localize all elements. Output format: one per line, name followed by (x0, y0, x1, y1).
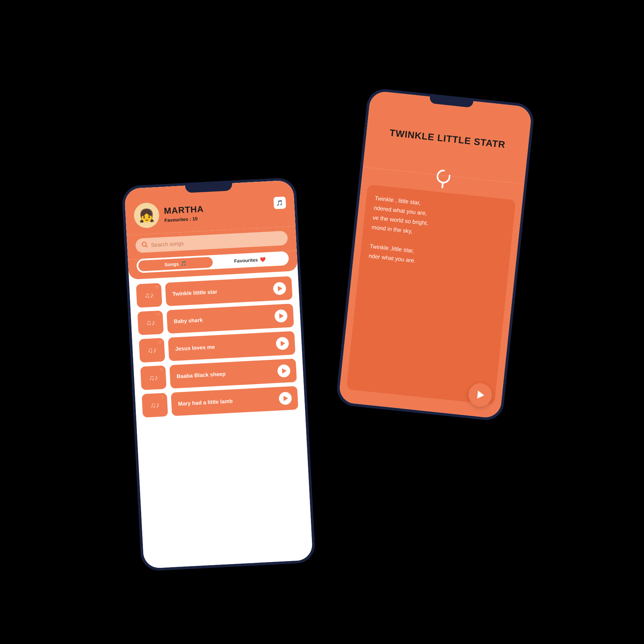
header-info: MARTHA Favourites : 10 (164, 200, 286, 223)
song-title-2: Baby shark (174, 313, 275, 325)
back-phone-screen: TWINKLE LITTLE STATR Twinkle , little st… (338, 90, 532, 419)
hook-decoration (434, 168, 452, 190)
music-note-icon: ♫♪ (144, 291, 154, 300)
avatar-emoji: 👧 (138, 208, 155, 223)
tab-songs[interactable]: Songs 🎵 (138, 257, 213, 271)
song-item-3[interactable]: Jesus loves me (168, 331, 296, 361)
song-item-2[interactable]: Baby shark (166, 304, 294, 334)
song-thumbnail: ♡ ♫♪ (140, 365, 167, 390)
tab-favourites-label: Favourites (234, 257, 258, 264)
search-bar[interactable]: Search songs (135, 231, 288, 253)
play-button-2[interactable] (274, 309, 288, 323)
music-icon-button[interactable]: 🎵 (273, 197, 286, 209)
search-icon (142, 241, 148, 250)
avatar: 👧 (133, 202, 160, 229)
song-row: ♡ ♫♪ Baby shark (138, 304, 294, 335)
song-row: ♡ ♫♪ Twinkle litttle star (136, 276, 292, 308)
music-note-icon: ♫♪ (149, 373, 158, 382)
play-icon-1 (278, 286, 282, 291)
play-button-4[interactable] (277, 364, 290, 378)
back-screen-inner: TWINKLE LITTLE STATR Twinkle , little st… (338, 90, 532, 419)
play-button-3[interactable] (276, 337, 289, 350)
song-thumbnail: ♡ ♫♪ (136, 283, 162, 308)
song-row: ♡ ♫♪ Jesus loves me (139, 331, 296, 363)
music-note-icon: ♫♪ (146, 318, 155, 327)
song-row: ♡ ♫♪ Baaba Black sheep (140, 359, 297, 390)
svg-line-1 (146, 246, 147, 247)
song-thumbnail: ♡ ♫♪ (139, 338, 165, 363)
play-icon-2 (279, 313, 284, 319)
play-button-5[interactable] (279, 392, 292, 405)
heart-icon: ♡ (158, 340, 162, 345)
song-title-1: Twinkle litttle star (172, 286, 273, 297)
song-item-5[interactable]: Mary had a little lamb (171, 386, 298, 416)
lyrics-box: Twinkle , little star, ndered what you a… (346, 184, 516, 405)
back-play-icon (477, 391, 484, 399)
heart-icon: ♡ (157, 313, 160, 317)
lyrics-text: Twinkle , little star, ndered what you a… (368, 194, 507, 275)
heart-icon: ♡ (161, 395, 165, 400)
heart-icon: ♡ (159, 368, 163, 372)
back-content-area: Twinkle , little star, ndered what you a… (338, 167, 524, 419)
play-icon-4 (282, 368, 287, 374)
song-item-4[interactable]: Baaba Black sheep (169, 359, 297, 389)
play-icon-3 (281, 341, 285, 346)
music-note-header-icon: 🎵 (276, 200, 283, 206)
front-phone: 👧 MARTHA Favourites : 10 🎵 (121, 177, 316, 572)
song-thumbnail: ♡ ♫♪ (138, 310, 164, 335)
front-screen-inner: 👧 MARTHA Favourites : 10 🎵 (124, 180, 313, 569)
tab-favourites[interactable]: Favourites ❤️ (212, 253, 287, 268)
song-title-5: Mary had a little lamb (178, 396, 279, 407)
song-item-1[interactable]: Twinkle litttle star (165, 276, 292, 306)
heart-icon: ♡ (155, 285, 159, 290)
song-row: ♡ ♫♪ Mary had a little lamb (142, 386, 298, 418)
tab-songs-icon: 🎵 (181, 261, 187, 267)
tab-songs-label: Songs (164, 261, 179, 267)
search-placeholder-text: Search songs (151, 240, 184, 248)
music-note-icon: ♫♪ (150, 400, 160, 410)
play-icon-5 (283, 395, 288, 401)
play-button-1[interactable] (273, 282, 286, 295)
music-note-icon: ♫♪ (147, 346, 157, 355)
songs-list: ♡ ♫♪ Twinkle litttle star (129, 271, 313, 569)
song-title-4: Baaba Black sheep (176, 368, 278, 380)
tab-favourites-icon: ❤️ (260, 257, 266, 262)
back-song-title: TWINKLE LITTLE STATR (389, 127, 506, 150)
song-thumbnail: ♡ ♫♪ (142, 393, 168, 418)
song-title-3: Jesus loves me (175, 341, 276, 352)
front-phone-screen: 👧 MARTHA Favourites : 10 🎵 (124, 180, 313, 569)
back-phone: TWINKLE LITTLE STATR Twinkle , little st… (335, 88, 535, 422)
